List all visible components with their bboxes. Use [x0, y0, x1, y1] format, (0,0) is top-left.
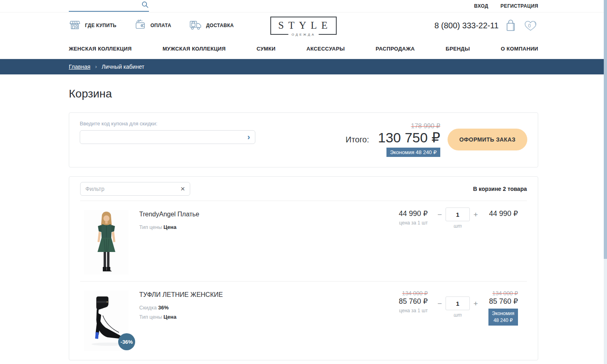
nav-item-men[interactable]: МУЖСКАЯ КОЛЛЕКЦИЯ: [163, 46, 226, 52]
cart-bag-icon[interactable]: [505, 19, 517, 32]
login-link[interactable]: ВХОД: [474, 3, 488, 9]
qty-input[interactable]: [446, 296, 470, 310]
old-unit-price: 134 000 ₽: [402, 290, 428, 296]
site-search[interactable]: [69, 1, 149, 12]
order-summary-box: Введите код купона для скидки: › Итого: …: [69, 112, 538, 167]
qty-increase-button[interactable]: +: [470, 300, 482, 307]
discount-value: 36%: [158, 305, 169, 311]
cart-item-row-dress: TrendyAngel Платье Тип цены Цена 44 990 …: [69, 201, 538, 281]
line-total-price: 44 990 ₽: [481, 209, 518, 218]
qty-input[interactable]: [446, 207, 470, 221]
search-input[interactable]: [69, 4, 141, 10]
old-total-price: 178 990 ₽: [411, 122, 440, 130]
breadcrumb-current: Личный кабинет: [102, 63, 144, 70]
cart-count-text: В корзине 2 товара: [473, 186, 527, 192]
product-title[interactable]: ТУФЛИ ЛЕТНИЕ ЖЕНСКИЕ: [139, 291, 363, 298]
wishlist-heart-icon[interactable]: 0: [523, 19, 538, 32]
breadcrumb: Главная › Личный кабинет: [0, 59, 607, 74]
filter-input[interactable]: [81, 186, 176, 192]
truck-icon: [189, 18, 202, 33]
qty-decrease-button[interactable]: −: [434, 300, 446, 307]
wallet-icon: [134, 18, 146, 33]
phone-number: 8 (800) 333-22-11: [434, 21, 499, 30]
cart-item-row-shoes: -36% ТУФЛИ ЛЕТНИЕ ЖЕНСКИЕ Скидка 36% Тип…: [69, 281, 538, 358]
main-navigation: ЖЕНСКАЯ КОЛЛЕКЦИЯ МУЖСКАЯ КОЛЛЕКЦИЯ СУМК…: [0, 38, 607, 59]
delivery-link[interactable]: ДОСТАВКА: [189, 18, 234, 33]
page-scrollbar[interactable]: [604, 0, 607, 364]
nav-item-bags[interactable]: СУМКИ: [257, 46, 276, 52]
line-savings-badge: Экономия 48 240 ₽: [488, 309, 518, 326]
nav-item-about[interactable]: О КОМПАНИИ: [501, 46, 538, 52]
price-type-label: Тип цены: [139, 314, 162, 320]
qty-decrease-button[interactable]: −: [434, 211, 446, 218]
page-title: Корзина: [69, 87, 538, 100]
unit-price: 44 990 ₽: [363, 209, 428, 218]
qty-unit-label: шт: [454, 312, 462, 318]
brand-logo-title: STYLE: [278, 20, 332, 30]
price-type-value: Цена: [163, 314, 176, 320]
checkout-button[interactable]: ОФОРМИТЬ ЗАКАЗ: [448, 129, 527, 150]
product-title[interactable]: TrendyAngel Платье: [139, 211, 363, 218]
old-line-total: 134 000 ₽: [492, 290, 518, 296]
brand-logo[interactable]: STYLE ОДЕЖДА: [270, 17, 337, 35]
breadcrumb-separator-icon: ›: [95, 64, 97, 70]
cart-items-box: × В корзине 2 товара: [69, 176, 538, 360]
price-type-label: Тип цены: [139, 224, 162, 230]
qty-increase-button[interactable]: +: [470, 211, 482, 218]
top-utility-bar: ВХОД РЕГИСТРАЦИЯ: [0, 0, 607, 13]
line-total-price: 85 760 ₽: [481, 297, 518, 306]
where-to-buy-label: ГДЕ КУПИТЬ: [85, 23, 117, 28]
discount-label: Скидка: [139, 305, 157, 311]
unit-price: 85 760 ₽: [363, 297, 428, 306]
filter-field: ×: [80, 182, 190, 196]
brand-logo-subtitle: ОДЕЖДА: [289, 33, 319, 36]
store-icon: [69, 18, 81, 33]
coupon-input[interactable]: [80, 134, 247, 140]
wishlist-count-badge: 0: [528, 23, 531, 29]
nav-item-brands[interactable]: БРЕНДЫ: [446, 46, 470, 52]
filter-clear-icon[interactable]: ×: [176, 185, 190, 193]
delivery-label: ДОСТАВКА: [206, 23, 234, 28]
scrollbar-thumb[interactable]: [604, 0, 607, 259]
payment-link[interactable]: ОПЛАТА: [134, 18, 172, 33]
qty-unit-label: шт: [454, 223, 462, 229]
unit-price-note: цена за 1 шт: [363, 308, 428, 313]
coupon-section: Введите код купона для скидки: ›: [80, 121, 255, 144]
discount-circle-badge: -36%: [118, 333, 135, 350]
main-header: ГДЕ КУПИТЬ ОПЛАТА: [0, 13, 607, 38]
payment-label: ОПЛАТА: [151, 23, 172, 28]
register-link[interactable]: РЕГИСТРАЦИЯ: [501, 3, 538, 9]
where-to-buy-link[interactable]: ГДЕ КУПИТЬ: [69, 18, 117, 33]
coupon-submit-button[interactable]: ›: [247, 133, 255, 142]
savings-badge: Экономия 48 240 ₽: [386, 148, 440, 157]
coupon-label: Введите код купона для скидки:: [80, 121, 255, 127]
unit-price-note: цена за 1 шт: [363, 220, 428, 226]
search-icon[interactable]: [141, 1, 149, 10]
price-type-value: Цена: [163, 224, 176, 230]
total-label: Итого:: [346, 135, 369, 144]
grand-total-price: 130 750 ₽: [378, 130, 440, 145]
product-image-shoes[interactable]: -36%: [84, 290, 129, 351]
nav-item-women[interactable]: ЖЕНСКАЯ КОЛЛЕКЦИЯ: [69, 46, 132, 52]
nav-item-accessories[interactable]: АКСЕССУАРЫ: [306, 46, 345, 52]
product-image-dress[interactable]: [84, 210, 129, 275]
breadcrumb-home-link[interactable]: Главная: [69, 63, 90, 70]
nav-item-sale[interactable]: РАСПРОДАЖА: [376, 46, 415, 52]
